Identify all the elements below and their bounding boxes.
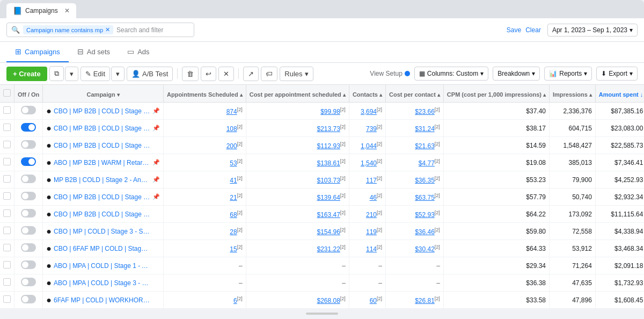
row-checkbox-input[interactable] bbox=[3, 209, 11, 217]
tab-ads[interactable]: ▭ Ads bbox=[119, 42, 158, 62]
view-setup[interactable]: View Setup bbox=[370, 70, 410, 77]
export-small-button[interactable]: ↗ bbox=[243, 67, 259, 81]
cost-contact-value[interactable]: $63.75 bbox=[415, 194, 435, 201]
appt-value[interactable]: 41 bbox=[230, 177, 237, 184]
appt-value[interactable]: 6 bbox=[233, 297, 237, 305]
campaign-toggle[interactable] bbox=[21, 175, 36, 183]
search-area[interactable]: 🔍 Campaign name contains mp ✕ Search and… bbox=[6, 23, 194, 37]
rules-button[interactable]: Rules ▾ bbox=[280, 67, 313, 81]
cost-appt-value[interactable]: $99.98 bbox=[320, 108, 340, 115]
delete-button[interactable]: 🗑 bbox=[182, 67, 199, 81]
row-checkbox-input[interactable] bbox=[3, 227, 11, 234]
date-range-picker[interactable]: Apr 1, 2023 – Sep 1, 2023 ▾ bbox=[547, 24, 638, 37]
tag-button[interactable]: 🏷 bbox=[261, 67, 277, 81]
appt-value[interactable]: 28 bbox=[230, 228, 237, 236]
cost-appt-value[interactable]: $213.73 bbox=[317, 125, 340, 133]
campaign-toggle[interactable] bbox=[21, 209, 36, 218]
campaign-name-link[interactable]: CBO | MP B2B | COLD | Stage 3 - Scaling … bbox=[54, 125, 150, 132]
cost-per-appt-header[interactable]: Cost per appointment scheduled ▴ bbox=[246, 85, 349, 103]
tab-campaigns[interactable]: ⊞ Campaigns bbox=[6, 42, 69, 62]
remove-filter-icon[interactable]: ✕ bbox=[105, 26, 110, 33]
campaign-toggle[interactable] bbox=[21, 243, 36, 252]
cost-contact-value[interactable]: $36.35 bbox=[415, 177, 435, 184]
cost-appt-value[interactable]: $103.73 bbox=[317, 177, 340, 184]
breakdown-dropdown-button[interactable]: Breakdown ▾ bbox=[493, 67, 540, 81]
campaign-toggle[interactable] bbox=[21, 278, 36, 286]
contacts-value[interactable]: 739 bbox=[366, 125, 377, 133]
campaign-name-link[interactable]: CBO | MP B2B | COLD | Stage 1 - Audience… bbox=[54, 193, 150, 201]
row-checkbox-input[interactable] bbox=[3, 295, 11, 303]
row-checkbox-input[interactable] bbox=[3, 278, 11, 286]
abtest-button[interactable]: 👤 A/B Test bbox=[127, 67, 173, 81]
create-button[interactable]: + Create bbox=[6, 67, 47, 81]
appt-value[interactable]: 15 bbox=[230, 245, 237, 253]
cost-appt-value[interactable]: $138.61 bbox=[317, 160, 340, 167]
appt-value[interactable]: 108 bbox=[226, 125, 237, 133]
contacts-value[interactable]: 119 bbox=[366, 228, 377, 236]
cpm-header[interactable]: CPM (cost per 1,000 impressions) ▴ bbox=[443, 85, 549, 103]
search-placeholder[interactable]: Search and filter bbox=[116, 26, 163, 34]
campaign-toggle[interactable] bbox=[21, 192, 36, 200]
campaign-toggle[interactable] bbox=[21, 226, 36, 235]
tab-adsets[interactable]: ⊟ Ad sets bbox=[69, 42, 119, 62]
cost-appt-value[interactable]: $154.96 bbox=[317, 228, 340, 236]
appt-value[interactable]: 21 bbox=[230, 194, 237, 201]
pin-icon[interactable]: 📌 bbox=[152, 193, 160, 200]
edit-dropdown-button[interactable]: ▾ bbox=[111, 67, 125, 81]
campaign-header[interactable]: Campaign ▾ bbox=[43, 85, 164, 103]
row-checkbox-input[interactable] bbox=[3, 261, 11, 269]
campaign-name-link[interactable]: CBO | 6FAF MP | COLD | Stage 3 - Scaling… bbox=[54, 245, 150, 252]
campaign-name-link[interactable]: CBO | MP | COLD | Stage 3 - Scaling (Hor… bbox=[54, 228, 150, 235]
campaign-name-link[interactable]: CBO | MP B2B | COLD | Stage 3 - Scaling … bbox=[54, 142, 150, 149]
appointments-header[interactable]: Appointments Scheduled ▴ bbox=[164, 85, 246, 103]
contacts-value[interactable]: 117 bbox=[366, 177, 377, 184]
cost-contact-value[interactable]: $23.66 bbox=[415, 108, 435, 115]
close-tab-icon[interactable]: ✕ bbox=[64, 7, 70, 15]
campaign-name-link[interactable]: 6FAF MP | COLD | WORKHORSE - Direct Book… bbox=[54, 296, 150, 304]
appt-value[interactable]: 874 bbox=[226, 108, 237, 115]
row-checkbox-input[interactable] bbox=[3, 106, 11, 114]
campaign-toggle[interactable] bbox=[21, 260, 36, 269]
campaign-name-link[interactable]: ABO | MP B2B | WARM | Retargeting | Boo.… bbox=[54, 159, 150, 166]
edit-button[interactable]: ✎ Edit bbox=[80, 67, 110, 81]
cost-contact-value[interactable]: $31.24 bbox=[415, 125, 435, 133]
campaign-toggle[interactable] bbox=[21, 157, 36, 166]
export-dropdown-button[interactable]: ⬇ Export ▾ bbox=[596, 67, 638, 81]
row-checkbox-input[interactable] bbox=[3, 175, 11, 183]
reports-dropdown-button[interactable]: 📊 Reports ▾ bbox=[544, 67, 592, 81]
campaign-name-link[interactable]: ABO | MPA | COLD | Stage 1 - Audience Te… bbox=[54, 262, 150, 270]
row-checkbox-input[interactable] bbox=[3, 141, 11, 148]
appt-value[interactable]: 200 bbox=[226, 142, 237, 150]
appt-value[interactable]: 68 bbox=[230, 211, 237, 219]
contacts-value[interactable]: 46 bbox=[370, 194, 377, 201]
row-checkbox-input[interactable] bbox=[3, 124, 11, 131]
campaign-toggle[interactable] bbox=[21, 295, 36, 303]
cost-per-contact-header[interactable]: Cost per contact ▴ bbox=[386, 85, 444, 103]
pin-icon[interactable]: 📌 bbox=[152, 159, 160, 166]
campaign-toggle[interactable] bbox=[21, 140, 36, 149]
header-checkbox[interactable] bbox=[3, 89, 11, 97]
campaign-toggle[interactable] bbox=[21, 123, 36, 132]
save-link[interactable]: Save bbox=[507, 26, 521, 34]
cost-appt-value[interactable]: $231.22 bbox=[317, 245, 340, 253]
row-checkbox-input[interactable] bbox=[3, 158, 11, 165]
undo-button[interactable]: ↩ bbox=[201, 67, 216, 81]
impressions-header[interactable]: Impressions ▴ bbox=[549, 85, 595, 103]
cost-contact-value[interactable]: $21.63 bbox=[415, 142, 435, 150]
contacts-value[interactable]: 1,044 bbox=[361, 142, 377, 150]
contacts-value[interactable]: 210 bbox=[366, 211, 377, 219]
appt-value[interactable]: 53 bbox=[230, 160, 237, 167]
amount-spent-header[interactable]: Amount spent ↓ bbox=[595, 85, 644, 103]
cost-contact-value[interactable]: $26.81 bbox=[415, 297, 435, 305]
browser-tab[interactable]: 📘 Campaigns ✕ bbox=[6, 3, 76, 18]
campaign-name-link[interactable]: MP B2B | COLD | Stage 2 - Angle Testing … bbox=[54, 176, 150, 184]
campaign-toggle[interactable] bbox=[21, 106, 36, 114]
contacts-value[interactable]: 3,694 bbox=[361, 108, 377, 115]
cost-appt-value[interactable]: $112.93 bbox=[317, 142, 340, 150]
cost-contact-value[interactable]: $52.93 bbox=[415, 211, 435, 219]
campaign-name-link[interactable]: ABO | MPA | COLD | Stage 3 - Scaling | L… bbox=[54, 279, 150, 287]
discard-button[interactable]: ✕ bbox=[218, 67, 234, 81]
duplicate-button[interactable]: ⧉ bbox=[49, 66, 64, 81]
contacts-header[interactable]: Contacts ▴ bbox=[349, 85, 385, 103]
columns-dropdown-button[interactable]: ▦ Columns: Custom ▾ bbox=[414, 67, 488, 81]
